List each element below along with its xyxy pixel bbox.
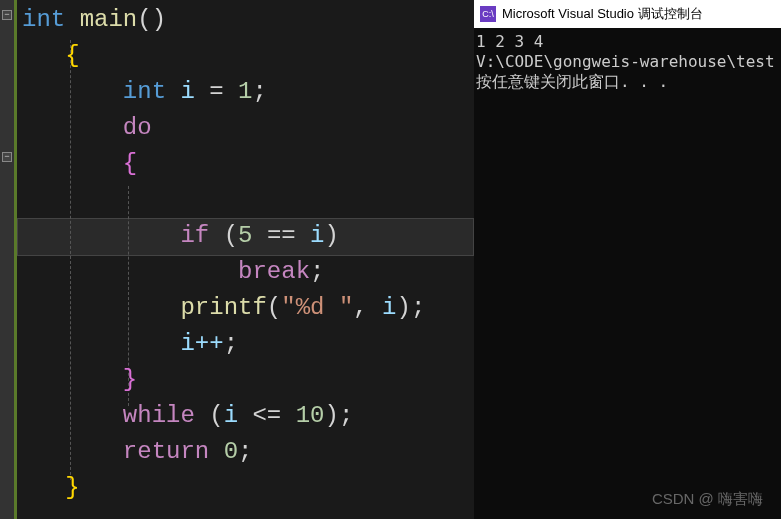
editor-gutter: − − (0, 0, 14, 519)
brace-close: } (123, 366, 137, 393)
paren-open: ( (137, 6, 151, 33)
keyword-return: return (123, 438, 209, 465)
vs-console-icon: C:\ (480, 6, 496, 22)
keyword-break: break (238, 258, 310, 285)
keyword-int: int (123, 78, 166, 105)
function-main: main (80, 6, 138, 33)
code-editor[interactable]: − − int main() { int i = 1; do { if (5 =… (0, 0, 474, 519)
comma: , (353, 294, 367, 321)
semicolon: ; (224, 330, 238, 357)
number-10: 10 (296, 402, 325, 429)
variable-i: i (180, 78, 194, 105)
variable-i: i (224, 402, 238, 429)
keyword-int: int (22, 6, 65, 33)
number-1: 1 (238, 78, 252, 105)
fold-icon[interactable]: − (2, 152, 12, 162)
change-indicator (14, 0, 17, 519)
number-5: 5 (238, 222, 252, 249)
paren-open: ( (209, 402, 223, 429)
semicolon: ; (339, 402, 353, 429)
paren-open: ( (267, 294, 281, 321)
number-0: 0 (224, 438, 238, 465)
function-printf: printf (180, 294, 266, 321)
console-output[interactable]: 1 2 3 4 V:\CODE\gongweis-warehouse\test … (474, 28, 781, 519)
variable-i: i (382, 294, 396, 321)
fold-icon[interactable]: − (2, 10, 12, 20)
paren-close: ) (325, 222, 339, 249)
watermark-text: CSDN @ 嗨害嗨 (652, 490, 763, 509)
output-line-1: 1 2 3 4 (476, 32, 543, 51)
op-assign: = (209, 78, 223, 105)
paren-close: ) (325, 402, 339, 429)
paren-close: ) (397, 294, 411, 321)
keyword-do: do (123, 114, 152, 141)
code-content[interactable]: int main() { int i = 1; do { if (5 == i)… (22, 2, 425, 506)
brace-open: { (65, 42, 79, 69)
brace-close: } (65, 474, 79, 501)
variable-i: i (310, 222, 324, 249)
console-titlebar[interactable]: C:\ Microsoft Visual Studio 调试控制台 (474, 0, 781, 28)
op-eqeq: == (267, 222, 296, 249)
console-title-text: Microsoft Visual Studio 调试控制台 (502, 5, 703, 23)
output-line-3: 按任意键关闭此窗口. . . (476, 72, 668, 91)
semicolon: ; (411, 294, 425, 321)
output-line-2: V:\CODE\gongweis-warehouse\test (476, 52, 775, 71)
brace-open: { (123, 150, 137, 177)
console-window: C:\ Microsoft Visual Studio 调试控制台 1 2 3 … (474, 0, 781, 519)
keyword-if: if (180, 222, 209, 249)
semicolon: ; (238, 438, 252, 465)
semicolon: ; (310, 258, 324, 285)
semicolon: ; (252, 78, 266, 105)
paren-open: ( (224, 222, 238, 249)
paren-close: ) (152, 6, 166, 33)
string-format: "%d " (281, 294, 353, 321)
op-le: <= (252, 402, 281, 429)
keyword-while: while (123, 402, 195, 429)
expr-ipp: i++ (180, 330, 223, 357)
